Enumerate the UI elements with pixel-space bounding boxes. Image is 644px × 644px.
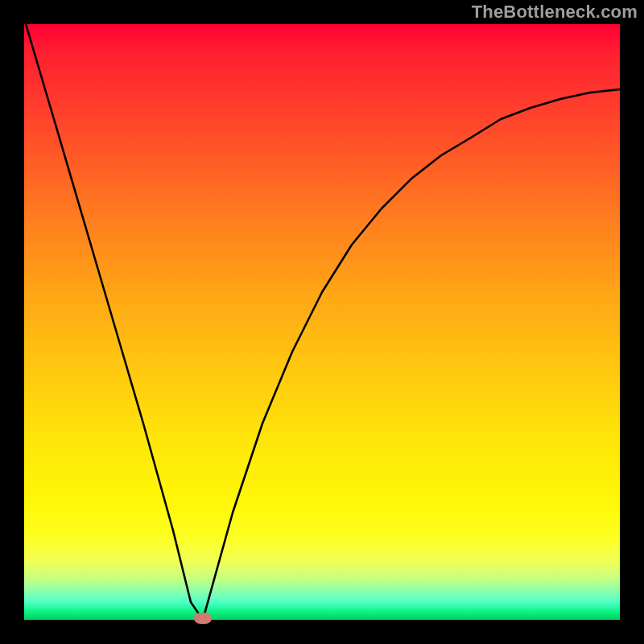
watermark-text: TheBottleneck.com xyxy=(472,2,638,23)
curve-path xyxy=(24,24,620,620)
plot-area xyxy=(24,24,620,620)
bottleneck-curve xyxy=(24,24,620,620)
optimum-marker xyxy=(194,613,212,624)
chart-frame: TheBottleneck.com xyxy=(0,0,644,644)
